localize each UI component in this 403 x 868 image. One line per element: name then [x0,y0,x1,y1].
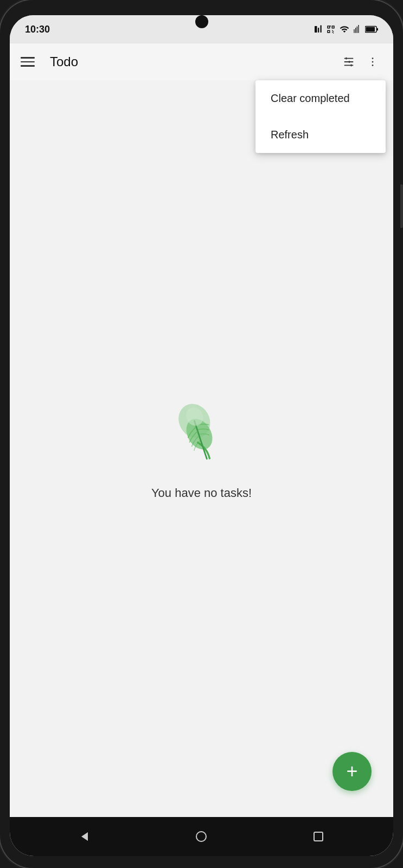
back-button[interactable] [74,826,95,847]
menu-line-2 [21,61,35,63]
svg-rect-2 [321,25,322,33]
filter-icon [343,56,355,68]
svg-rect-5 [376,28,378,31]
filter-button[interactable] [339,52,359,72]
status-time: 10:30 [25,24,50,35]
side-indicator [400,184,403,228]
fab-plus-icon: + [346,762,357,781]
hamburger-menu-button[interactable] [21,52,40,72]
feather-illustration [163,397,239,473]
svg-rect-4 [366,27,375,31]
svg-marker-18 [81,832,88,841]
more-options-button[interactable] [363,52,382,72]
recents-button[interactable] [308,826,329,847]
home-icon [195,830,208,843]
qr-icon [326,24,336,34]
phone-screen: 10:30 Todo [10,15,393,856]
phone-frame: 10:30 Todo [0,0,403,868]
notification-icon [313,24,323,34]
svg-point-12 [372,58,374,59]
svg-point-14 [372,65,374,66]
add-task-fab[interactable]: + [332,752,372,791]
home-button[interactable] [190,826,212,847]
main-content: You have no tasks! + [10,80,393,817]
camera-notch [195,15,208,28]
dropdown-menu: Clear completed Refresh [255,80,386,153]
svg-rect-1 [318,28,319,33]
svg-rect-0 [315,26,317,33]
back-icon [78,830,91,843]
refresh-item[interactable]: Refresh [255,117,386,153]
app-bar: Todo [10,43,393,80]
menu-line-1 [21,57,35,59]
signal-icon [353,24,362,34]
battery-icon [365,24,378,34]
nav-bar [10,817,393,856]
menu-line-3 [21,65,35,67]
recents-icon [312,830,325,843]
empty-state: You have no tasks! [151,397,252,500]
svg-point-13 [372,61,374,63]
status-icons [313,24,378,34]
app-title: Todo [50,54,339,69]
more-icon [367,56,379,68]
svg-rect-20 [314,832,323,841]
wifi-icon [339,24,350,34]
dropdown-overlay: Clear completed Refresh [255,80,386,153]
clear-completed-item[interactable]: Clear completed [255,80,386,117]
empty-message: You have no tasks! [151,486,252,500]
svg-point-19 [196,832,206,841]
